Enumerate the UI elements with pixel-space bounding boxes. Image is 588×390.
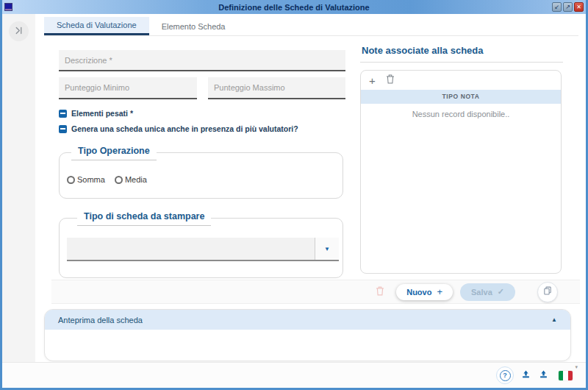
descrizione-input[interactable] [59,50,345,70]
plus-icon: + [369,74,376,87]
duplicate-scheda-button[interactable] [537,282,558,302]
note-panel-divider [360,62,563,63]
form-action-toolbar: Nuovo + Salva ✓ [51,280,580,304]
app-icon [4,3,12,11]
somma-radio[interactable] [67,176,75,184]
nuovo-button[interactable]: Nuovo + [396,284,453,300]
sidebar [2,14,35,362]
tipo-scheda-select[interactable]: ▼ [67,238,339,261]
tipo-operazione-fieldset: Tipo Operazione Somma Media [59,152,343,199]
caret-down-icon: ▾ [575,364,578,370]
radio-option-somma[interactable]: Somma [67,175,105,184]
elementi-pesati-row: Elementi pesati * [59,109,133,118]
elementi-pesati-checkbox[interactable] [59,110,67,118]
nuovo-label: Nuovo [406,288,431,297]
tipo-scheda-fieldset: Tipo di scheda da stampare ▼ [59,218,343,278]
tipo-operazione-options: Somma Media [67,175,147,184]
title-bar: Definizione delle Schede di Valutazione … [2,0,586,14]
sidebar-expand-button[interactable] [9,21,29,41]
status-bar: ? ▾ [2,362,586,388]
somma-label: Somma [77,175,105,184]
tipo-scheda-legend: Tipo di scheda da stampare [77,211,211,226]
tipo-operazione-legend: Tipo Operazione [71,146,157,160]
maximize-button[interactable]: ↗ [563,2,573,12]
help-button[interactable]: ? [496,366,514,384]
note-empty-message: Nessun record disponibile.. [361,110,561,118]
punteggio-minimo-field [59,77,197,99]
window-title: Definizione delle Schede di Valutazione [2,3,586,12]
radio-option-media[interactable]: Media [115,175,147,184]
restore-down-button[interactable]: ↙ [552,2,562,12]
upload-icon [520,369,531,382]
collapse-icon: ▲ [551,316,557,323]
punteggio-minimo-input[interactable] [59,77,197,98]
trash-icon-disabled [376,286,384,298]
app-window: Definizione delle Schede di Valutazione … [0,0,588,390]
salva-label: Salva [471,288,492,297]
elementi-pesati-label: Elementi pesati * [71,109,133,118]
note-table-header: TIPO NOTA [361,90,561,104]
close-button[interactable]: ✕ [574,2,584,12]
scheda-unica-checkbox[interactable] [59,125,67,133]
import-button[interactable] [538,369,549,382]
anteprima-header[interactable]: Anteprima della scheda ▲ [45,310,570,330]
anteprima-title: Anteprima della scheda [58,316,143,325]
note-panel-title: Note associate alla scheda [362,45,483,56]
delete-scheda-button[interactable] [376,286,384,298]
anteprima-panel: Anteprima della scheda ▲ [44,309,571,361]
export-button[interactable] [520,369,531,382]
punteggio-massimo-field [208,77,345,99]
note-toolbar: + [361,71,561,90]
descrizione-field [59,50,345,71]
media-radio[interactable] [115,176,123,184]
tab-scheda-di-valutazione[interactable]: Scheda di Valutazione [44,17,149,35]
italian-flag-icon[interactable] [559,371,573,380]
tab-bar: Scheda di Valutazione Elemento Scheda [44,17,578,36]
punteggio-massimo-input[interactable] [208,77,345,98]
content-area: Scheda di Valutazione Elemento Scheda El… [35,14,586,362]
add-note-button[interactable]: + [369,75,376,86]
help-icon: ? [500,370,511,381]
chevron-down-icon: ▼ [315,238,339,260]
copy-icon [542,286,553,298]
main-area: Scheda di Valutazione Elemento Scheda El… [2,14,586,388]
window-controls: ↙ ↗ ✕ [552,2,584,12]
salva-button[interactable]: Salva ✓ [460,283,515,301]
upload-icon [538,369,549,382]
note-panel: + TIPO NOTA Nessun record disponibile.. [360,70,562,274]
check-icon: ✓ [498,287,504,297]
tab-elemento-scheda[interactable]: Elemento Scheda [149,17,238,35]
delete-note-button[interactable] [386,74,395,86]
media-label: Media [125,175,147,184]
language-selector[interactable]: ▾ [559,371,573,380]
plus-icon: + [437,286,442,297]
scheda-unica-row: Genera una scheda unica anche in presenz… [59,124,298,133]
scheda-unica-label: Genera una scheda unica anche in presenz… [71,124,298,133]
expand-panel-icon [14,26,24,38]
tipo-scheda-selected-value [67,238,315,260]
trash-icon [386,74,395,86]
